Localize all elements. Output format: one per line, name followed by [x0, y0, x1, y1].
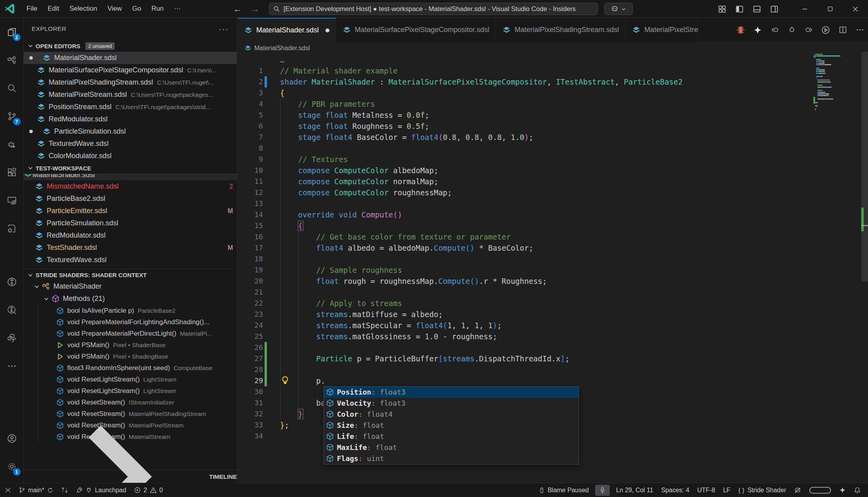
code-line[interactable]: 13 — [238, 198, 868, 209]
menu-go[interactable]: Go — [127, 2, 146, 15]
open-editors-header[interactable]: OPEN EDITORS 2 unsaved — [24, 40, 237, 52]
code-line[interactable]: 15 { — [238, 220, 868, 231]
status-notifications[interactable] — [850, 483, 865, 497]
code-line[interactable]: 11 compose ComputeColor normalMap; — [238, 176, 868, 187]
code-line[interactable]: 9 // Textures — [238, 154, 868, 165]
open-editor-item[interactable]: MaterialSurfacePixelStageCompositor.sdsl… — [24, 64, 237, 76]
code-line[interactable]: 4 // PBR parameters — [238, 98, 868, 110]
status-problems[interactable]: 20 — [130, 483, 167, 497]
code-line[interactable]: 18 — [238, 253, 868, 265]
activity-item-more-views[interactable] — [0, 352, 24, 380]
code-line[interactable]: 10 compose ComputeColor albedoMap; — [238, 165, 868, 176]
status-launchpad[interactable]: Launchpad — [72, 483, 130, 497]
toggle-panel-icon[interactable] — [750, 2, 764, 16]
method-item[interactable]: void ResetStream()MaterialPixelStream — [24, 420, 237, 431]
status-git-branch[interactable]: main* — [15, 483, 57, 497]
lightbulb-icon[interactable] — [280, 376, 290, 385]
open-editor-item[interactable]: ParticleSimulation.sdsl — [24, 125, 237, 138]
code-line[interactable]: 16 // Get base color from texture or par… — [238, 231, 868, 242]
more-actions-icon[interactable] — [855, 26, 864, 34]
workspace-file-item[interactable]: ParticleEmitter.sdslM — [24, 205, 237, 217]
code-line[interactable]: 25 streams.matGlossiness = 1.0 - roughne… — [238, 331, 868, 342]
sparkle-diamond-icon[interactable] — [753, 26, 762, 34]
close-button[interactable] — [843, 0, 868, 18]
workspace-file-item[interactable]: ParticleBase2.sdsl — [24, 193, 237, 205]
open-editor-item[interactable]: PositionStream.sdslC:\Users\TF\.nuget\pa… — [24, 101, 237, 113]
activity-item-search[interactable] — [0, 74, 24, 102]
editor-tab[interactable]: MaterialPixelStre — [626, 18, 698, 42]
code-line[interactable]: 5 stage float Metalness = 0.0f; — [238, 110, 868, 121]
stride-shaders-header[interactable]: STRIDE SHADERS: SHADER CONTEXT — [24, 268, 237, 280]
completion-item[interactable]: Velocity: float3 — [324, 398, 579, 409]
nav-circle-icon[interactable] — [787, 26, 796, 34]
open-editor-item[interactable]: RedModulator.sdsl — [24, 113, 237, 125]
editor-tab[interactable]: MaterialPixelShadingStream.sdsl — [496, 18, 626, 42]
code-editor[interactable]: …1// Material shader example2shader Mate… — [238, 55, 868, 483]
code-line[interactable]: 23 streams.matDiffuse = albedo; — [238, 309, 868, 320]
status-language-mode[interactable]: { }Stride Shader — [734, 483, 790, 497]
toggle-sidebar-icon[interactable] — [733, 2, 746, 16]
menu-run[interactable]: Run — [146, 2, 169, 15]
editor-tab[interactable]: MaterialShader.sdsl — [238, 18, 336, 42]
workspace-file-item[interactable]: ParticleSimulation.sdsl — [24, 217, 237, 229]
nav-back-circle-icon[interactable] — [770, 26, 779, 34]
code-line[interactable]: 29 p. — [238, 375, 868, 386]
code-line[interactable]: 7 stage float4 BaseColor = float4(0.8, 0… — [238, 132, 868, 143]
activity-item-account[interactable] — [0, 424, 24, 452]
maximize-button[interactable] — [817, 0, 843, 18]
method-item[interactable]: void ResetStream()MaterialPixelShadingSt… — [24, 408, 237, 420]
workspace-file-item[interactable]: MismatchedName.sdsl2 — [24, 180, 237, 193]
code-line[interactable]: 3{ — [238, 87, 868, 98]
status-encoding[interactable]: UTF-8 — [693, 483, 719, 497]
workspace-header[interactable]: TEST-WORKSPACE — [24, 162, 237, 174]
code-line[interactable]: 19 // Sample roughness — [238, 265, 868, 276]
nav-forward-arrow[interactable]: → — [251, 4, 259, 14]
activity-item-remote-explorer[interactable] — [0, 186, 24, 214]
method-item[interactable]: void ResetStream()MaterialStream — [24, 431, 237, 442]
code-line[interactable]: 20 float rough = roughnessMap.Compute().… — [238, 276, 868, 287]
completion-item[interactable]: Life: float — [324, 431, 579, 442]
method-item[interactable]: void PSMain()Pixel • ShaderBase — [24, 339, 237, 351]
copilot-menu-button[interactable] — [604, 3, 633, 15]
claude-starburst-icon[interactable] — [736, 26, 745, 34]
open-editor-item[interactable]: MaterialPixelStream.sdslC:\Users\TF\.nug… — [24, 89, 237, 101]
code-line[interactable]: 8 — [238, 143, 868, 154]
code-line[interactable]: 14 override void Compute() — [238, 209, 868, 220]
method-item[interactable]: bool IsAlive(Particle p)ParticleBase2 — [24, 305, 237, 316]
completion-item[interactable]: Flags: uint — [324, 453, 579, 464]
activity-item-shader-graph[interactable] — [0, 46, 24, 74]
workspace-partial-row[interactable]: MaterialShader.sdsl — [24, 174, 237, 180]
workspace-file-item[interactable]: RedModulator.sdsl — [24, 229, 237, 242]
method-item[interactable]: void ResetLightStream()LightStream — [24, 385, 237, 397]
minimize-button[interactable] — [792, 0, 817, 18]
activity-item-stride-search[interactable] — [0, 296, 24, 324]
split-editor-icon[interactable] — [838, 26, 847, 34]
activity-item-settings[interactable]: 1 — [0, 452, 24, 480]
run-circle-icon[interactable] — [821, 26, 830, 34]
code-line[interactable]: 26 — [238, 342, 868, 353]
completion-item[interactable]: Color: float4 — [324, 409, 579, 420]
completion-item[interactable]: Position: float3 — [324, 387, 579, 398]
menu-selection[interactable]: Selection — [64, 2, 102, 15]
code-line[interactable]: 24 streams.matSpecular = float4(1, 1, 1,… — [238, 320, 868, 331]
status-microphone[interactable] — [595, 485, 610, 496]
status-usage-pill[interactable] — [805, 483, 835, 497]
method-item[interactable]: void PrepareMaterialForLightingAndShadin… — [24, 316, 237, 328]
editor-tab[interactable]: MaterialSurfacePixelStageCompositor.sdsl — [336, 18, 496, 42]
method-item[interactable]: void ResetLightStream()LightStream — [24, 374, 237, 385]
method-item[interactable]: void PSMain()Pixel • ShadingBase — [24, 351, 237, 362]
method-item[interactable]: void PrepareMaterialPerDirectLight()Mate… — [24, 328, 237, 339]
breadcrumb[interactable]: MaterialShader.sdsl — [238, 42, 868, 55]
menu-[interactable]: ··· — [169, 2, 186, 15]
workspace-file-item[interactable]: TexturedWave.sdsl — [24, 254, 237, 266]
editor-scrollbar[interactable] — [861, 52, 868, 282]
code-line[interactable]: 6 stage float Roughness = 0.5f; — [238, 121, 868, 132]
activity-item-source-control[interactable]: 7 — [0, 102, 24, 130]
method-item[interactable]: float3 RandomInSphere(uint seed)ComputeB… — [24, 362, 237, 374]
activity-item-stride-explorer[interactable] — [0, 268, 24, 296]
activity-item-python[interactable] — [0, 324, 24, 352]
open-editor-item[interactable]: MaterialPixelShadingStream.sdslC:\Users\… — [24, 76, 237, 89]
methods-group-node[interactable]: Methods (21) — [24, 293, 237, 305]
menu-edit[interactable]: Edit — [42, 2, 64, 15]
views-more-actions-icon[interactable]: ··· — [219, 25, 229, 34]
